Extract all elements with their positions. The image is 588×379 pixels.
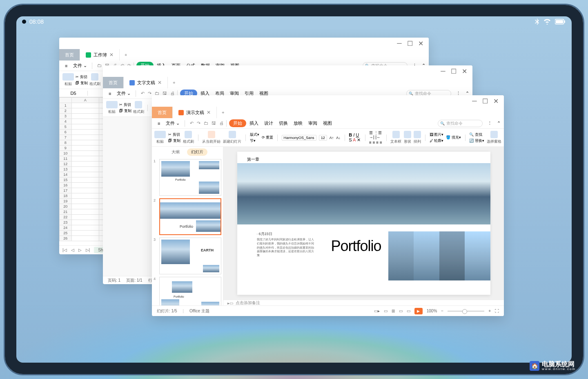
tab-home[interactable]: 首页: [152, 107, 173, 118]
more-icon[interactable]: ⋮: [488, 121, 492, 126]
underline-button[interactable]: U: [356, 132, 359, 137]
nav-prev-icon[interactable]: ◁: [71, 248, 74, 252]
notes-toggle-icon[interactable]: ▭▸: [374, 309, 380, 313]
tab-workbook[interactable]: 工作簿✕: [80, 49, 120, 61]
menu-dropdown[interactable]: ≡: [155, 120, 163, 127]
fill-button[interactable]: 🪣 填充▾: [446, 135, 461, 140]
maximize-button[interactable]: ☐: [483, 99, 488, 103]
font-color-button[interactable]: A: [353, 137, 356, 142]
open-icon[interactable]: 🗀: [97, 63, 102, 68]
tab-home[interactable]: 首页: [103, 77, 124, 88]
reset-button[interactable]: ⟳ 重置: [262, 135, 274, 140]
close-button[interactable]: ✕: [462, 69, 467, 74]
menu-transition[interactable]: 切换: [276, 119, 290, 127]
file-menu[interactable]: 文件 ⌄: [163, 119, 182, 127]
indent-icon[interactable]: →|: [369, 135, 374, 139]
menu-review[interactable]: 审阅: [306, 119, 320, 127]
slide-thumb-3[interactable]: EARTH: [159, 238, 221, 274]
outdent-icon[interactable]: |←: [375, 135, 381, 139]
select-pane[interactable]: 选择窗格: [487, 131, 501, 144]
layout-button[interactable]: 版式▾: [250, 132, 259, 137]
redo-icon[interactable]: ↷: [148, 91, 151, 96]
undo-icon[interactable]: ↶: [141, 91, 145, 96]
slideshow-view-icon[interactable]: ▭: [407, 309, 410, 313]
cut-button[interactable]: ✂ 剪切: [168, 132, 180, 137]
add-tab-button[interactable]: +: [217, 107, 229, 118]
redo-icon[interactable]: ↷: [197, 121, 200, 126]
image-button[interactable]: 🖼 图片▾: [430, 132, 444, 137]
close-button[interactable]: ✕: [418, 41, 423, 46]
minimize-button[interactable]: ─: [472, 99, 477, 103]
font-family[interactable]: HarmonyOS_Sans: [282, 135, 316, 141]
save-icon[interactable]: 🖫: [212, 121, 216, 126]
tab-presentation[interactable]: 演示文稿✕: [173, 107, 217, 118]
menu-design[interactable]: 设计: [262, 119, 276, 127]
print-icon[interactable]: 🖨: [219, 121, 224, 126]
format-painter[interactable]: 格式刷: [89, 73, 100, 87]
arrange-button[interactable]: 排列: [414, 131, 421, 144]
add-tab-button[interactable]: +: [168, 77, 180, 88]
replace-button[interactable]: 🔄 替换▾: [469, 138, 484, 144]
outline-button[interactable]: 🖊 轮廓▾: [430, 138, 444, 144]
bullets-icon[interactable]: ☰: [369, 130, 373, 135]
normal-view-icon[interactable]: ▭: [384, 309, 388, 313]
increase-font-icon[interactable]: A↑: [330, 136, 334, 140]
undo-icon[interactable]: ↶: [190, 121, 194, 126]
tab-slides[interactable]: 幻灯片: [187, 148, 207, 156]
shapes-button[interactable]: 形状: [404, 131, 411, 144]
reading-view-icon[interactable]: ▭: [399, 309, 403, 313]
add-tab-button[interactable]: +: [120, 49, 132, 61]
paste-group[interactable]: 粘贴: [106, 101, 118, 114]
new-slide[interactable]: 新建幻灯片: [223, 131, 241, 144]
format-painter[interactable]: 格式刷: [183, 131, 194, 144]
menu-start[interactable]: 开始: [229, 119, 246, 127]
copy-button[interactable]: 🗐 复制: [119, 108, 131, 114]
collapse-icon[interactable]: ⌃: [497, 121, 501, 126]
menu-dropdown[interactable]: ≡: [106, 90, 114, 97]
find-button[interactable]: 🔍 查找: [469, 132, 484, 137]
close-tab-icon[interactable]: ✕: [207, 110, 211, 115]
copy-button[interactable]: 🗐 复制: [76, 81, 88, 86]
zoom-slider[interactable]: [448, 311, 484, 312]
slideshow-button[interactable]: ▶: [414, 308, 423, 314]
strike-button[interactable]: S: [349, 137, 352, 142]
tab-outline[interactable]: 大纲: [167, 148, 184, 156]
current-slide[interactable]: 第一章 · 6月23日 我花了好几年的时间旅游行走欧洲世界，让人们看到的世界，我…: [237, 152, 490, 295]
decrease-font-icon[interactable]: A↓: [336, 136, 341, 140]
justify-icon[interactable]: ≡: [380, 140, 382, 145]
align-right-icon[interactable]: ≡: [376, 140, 379, 145]
fit-window-icon[interactable]: ⛶: [495, 309, 499, 313]
numbering-icon[interactable]: ⋮☰: [374, 130, 382, 135]
nav-next-icon[interactable]: ▷: [78, 248, 82, 252]
play-current[interactable]: 从当前开始: [202, 131, 220, 144]
zoom-level[interactable]: 100%: [427, 309, 437, 313]
zoom-in-button[interactable]: +: [488, 309, 491, 313]
menu-slideshow[interactable]: 放映: [291, 119, 305, 127]
italic-button[interactable]: I: [353, 132, 354, 137]
cut-button[interactable]: ✂ 剪切: [119, 102, 131, 108]
clear-format-button[interactable]: ✕: [357, 137, 361, 142]
close-tab-icon[interactable]: ✕: [109, 52, 114, 58]
font-size[interactable]: 12: [319, 135, 327, 141]
close-tab-icon[interactable]: ✕: [158, 80, 162, 85]
minimize-button[interactable]: ─: [441, 69, 445, 74]
menu-view[interactable]: 视图: [321, 119, 334, 127]
slide-thumb-2[interactable]: Portfolio: [159, 198, 221, 235]
zoom-out-button[interactable]: −: [441, 309, 443, 313]
maximize-button[interactable]: ☐: [408, 41, 412, 46]
menu-insert[interactable]: 插入: [247, 119, 261, 127]
notes-panel[interactable]: ▸▭ 点击添加备注: [223, 300, 504, 305]
file-menu[interactable]: 文件 ⌄: [71, 62, 89, 70]
tab-document[interactable]: 文字文稿✕: [124, 77, 168, 88]
minimize-button[interactable]: ─: [397, 41, 402, 46]
sorter-view-icon[interactable]: ⊞: [392, 309, 395, 313]
slide-thumb-4[interactable]: Portfolio: [159, 277, 221, 305]
paste-group[interactable]: 粘贴: [154, 131, 166, 144]
open-icon[interactable]: 🗀: [204, 121, 208, 126]
nav-last-icon[interactable]: ▷|: [86, 248, 90, 252]
bold-button[interactable]: B: [349, 132, 352, 137]
copy-button[interactable]: 🗐 复制: [168, 138, 180, 144]
slide-thumb-1[interactable]: Portfolio: [159, 159, 221, 196]
command-search[interactable]: 查找命令: [438, 120, 483, 127]
paste-group[interactable]: 粘贴: [62, 73, 74, 87]
